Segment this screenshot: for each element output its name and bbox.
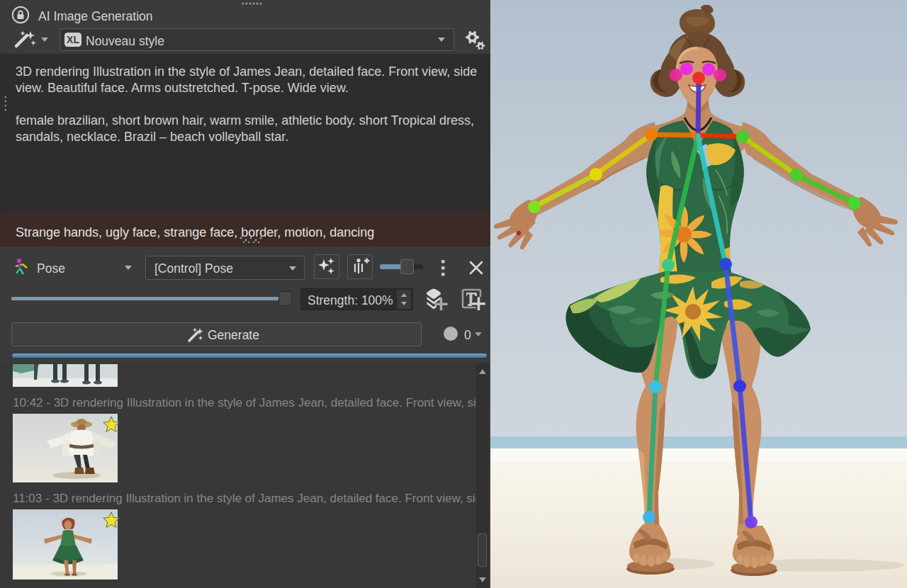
- svg-text:XL: XL: [67, 34, 79, 45]
